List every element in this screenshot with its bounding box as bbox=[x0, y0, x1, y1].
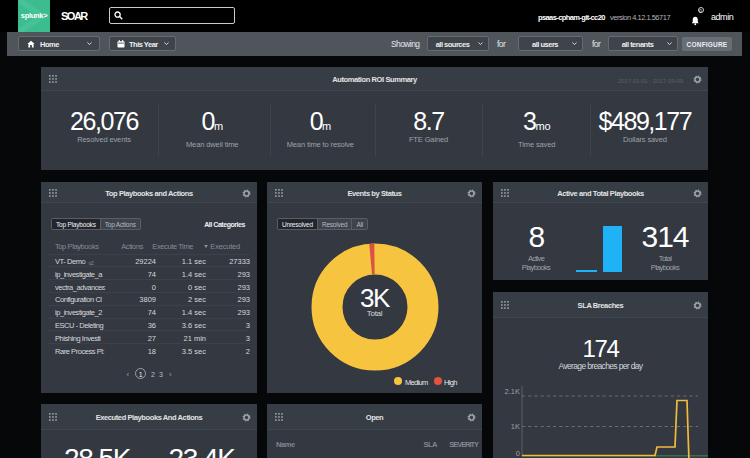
svg-text:2.1K: 2.1K bbox=[505, 387, 520, 396]
svg-text:1K: 1K bbox=[511, 422, 520, 431]
svg-text:0: 0 bbox=[516, 449, 520, 458]
